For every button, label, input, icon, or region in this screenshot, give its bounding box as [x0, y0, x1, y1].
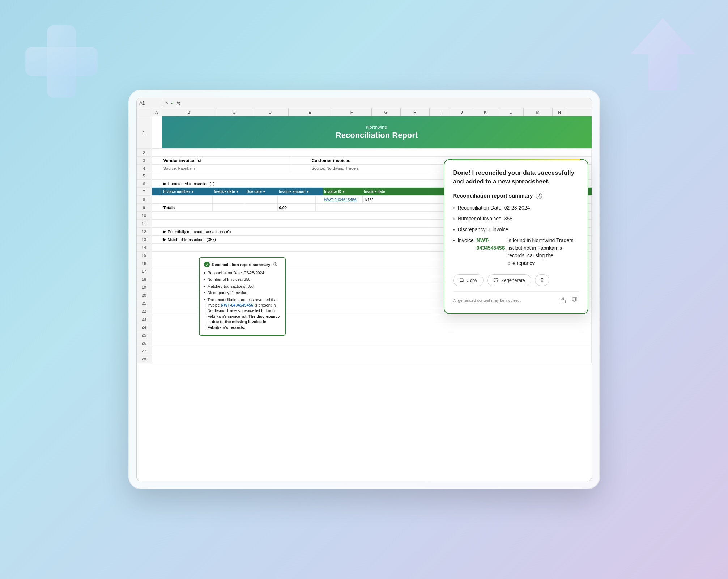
thumbs-up-icon — [560, 297, 566, 304]
device-frame: A1 | ✕ ✓ fx A B C D E F G H I J K L M N — [129, 90, 599, 489]
svg-marker-2 — [630, 18, 695, 90]
formula-bar-divider: | — [162, 100, 163, 106]
col-header-a: A — [152, 108, 162, 116]
row-number: 24 — [137, 323, 152, 331]
matched-label: Matched transactions (357) — [168, 237, 216, 242]
ai-item-1: Reconciliation Date: 02-28-2024 — [453, 204, 579, 212]
row-number: 23 — [137, 315, 152, 323]
table-row: 27 — [137, 347, 592, 355]
th-due-date: Due date ▼ — [245, 188, 278, 195]
regenerate-icon — [493, 278, 498, 283]
totals-amount: 0,00 — [278, 204, 316, 211]
summary-bold-text: The discrepancy is due to the missing in… — [208, 314, 280, 330]
col-header-k: K — [473, 108, 498, 116]
row-number: 8 — [137, 196, 152, 203]
regenerate-button[interactable]: Regenerate — [487, 274, 531, 286]
table-row: 26 — [137, 339, 592, 347]
cell-3d — [292, 157, 310, 164]
thumbs-down-icon — [571, 297, 578, 304]
cell-inv-date — [213, 196, 245, 203]
expand-icon: ▶ — [163, 182, 166, 186]
cell-9d — [245, 204, 278, 211]
row-number: 18 — [137, 275, 152, 283]
summary-item-2: Number of Invoices: 358 — [204, 277, 281, 282]
row-number: 25 — [137, 331, 152, 339]
filter-icon-2[interactable]: ▼ — [235, 190, 239, 194]
ai-actions: Copy Regenerate — [453, 274, 579, 286]
row-number: 1 — [137, 116, 152, 148]
svg-rect-4 — [460, 278, 463, 282]
ai-item-2: Number of Invoices: 358 — [453, 215, 579, 223]
summary-item-5: The reconciliation process revealed that… — [204, 297, 281, 330]
banner-subtitle: Northwind — [366, 124, 387, 130]
row-number: 10 — [137, 212, 152, 219]
formula-check-icon: ✓ — [171, 101, 174, 106]
formula-bar: A1 | ✕ ✓ fx — [137, 98, 592, 108]
row-number: 12 — [137, 228, 152, 235]
row-number: 15 — [137, 252, 152, 259]
row-number: 4 — [137, 165, 152, 172]
copy-button[interactable]: Copy — [453, 274, 484, 286]
cell-13a — [152, 236, 162, 243]
expand-icon-2: ▶ — [163, 229, 166, 233]
ai-item-4: Invoice NWT-0434545456 is found in North… — [453, 237, 579, 267]
col-header-h: H — [401, 108, 430, 116]
ai-invoice-highlight: NWT-0434545456 — [477, 237, 505, 267]
summary-box-header: ✓ Reconciliation report summary ⓘ — [204, 262, 281, 267]
row-number: 14 — [137, 244, 152, 251]
filter-icon-3[interactable]: ▼ — [263, 190, 266, 194]
summary-info-icon: ⓘ — [273, 262, 277, 267]
col-header-d: D — [252, 108, 289, 116]
cell-3a — [152, 157, 162, 164]
formula-x-icon: ✕ — [165, 101, 169, 106]
row-number: 19 — [137, 283, 152, 291]
row-number: 3 — [137, 157, 152, 164]
th-invoice-amount: Invoice amount ▼ — [278, 188, 316, 195]
cell-4d — [292, 165, 310, 172]
totals-label: Totals — [162, 204, 213, 211]
cell-extra — [316, 196, 323, 203]
row-number: 27 — [137, 347, 152, 355]
summary-check-icon: ✓ — [204, 262, 210, 267]
cell-reference: A1 — [140, 101, 159, 106]
copy-label: Copy — [467, 278, 477, 283]
filter-icon[interactable]: ▼ — [191, 190, 194, 194]
delete-button[interactable] — [535, 274, 549, 286]
decorative-arrow-shape — [627, 14, 699, 94]
svg-rect-1 — [25, 47, 98, 76]
ai-item-3: Discrepancy: 1 invoice — [453, 226, 579, 234]
ai-done-text: Done! I reconciled your data successfull… — [453, 169, 579, 186]
summary-list: Reconciliation Date: 02-28-2024 Number o… — [204, 270, 281, 330]
summary-item-4: Discrepancy: 1 invoice — [204, 290, 281, 296]
ai-footer-text: AI-generated content may be incorrect — [453, 298, 521, 303]
filter-icon-4[interactable]: ▼ — [306, 190, 310, 194]
row-number: 26 — [137, 339, 152, 347]
summary-item-1: Reconciliation Date: 02-28-2024 — [204, 270, 281, 276]
summary-invoice-link: NWT-0434545456 — [221, 303, 253, 307]
col-header-j: J — [451, 108, 473, 116]
banner-title: Reconciliation Report — [336, 131, 418, 140]
row-number: 21 — [137, 299, 152, 307]
invoice-id-link[interactable]: NWT-0434545456 — [323, 196, 363, 203]
formula-fx-label: fx — [176, 100, 180, 106]
ai-summary-title-text: Reconciliation report summary — [453, 193, 533, 199]
summary-box-title: Reconciliation report summary — [212, 262, 271, 267]
ai-panel: Done! I reconciled your data successfull… — [444, 159, 588, 314]
th-invoice-number: Invoice number ▼ — [162, 188, 213, 195]
col-header-e: E — [289, 108, 332, 116]
thumbs-down-button[interactable] — [570, 296, 579, 305]
filter-icon-5[interactable]: ▼ — [342, 190, 345, 194]
corner-cell — [137, 108, 152, 116]
row-number: 7 — [137, 188, 152, 195]
col-header-i: I — [430, 108, 451, 116]
row-number: 17 — [137, 267, 152, 275]
table-row: 1 Northwind Reconciliation Report — [137, 116, 592, 149]
cell-due-date — [245, 196, 278, 203]
expand-icon-3: ▶ — [163, 237, 166, 241]
col-header-m: M — [524, 108, 553, 116]
col-header-l: L — [498, 108, 524, 116]
thumbs-up-button[interactable] — [559, 296, 567, 305]
cell-1a — [152, 116, 162, 148]
cell-8a — [152, 196, 162, 203]
row-number: 22 — [137, 307, 152, 315]
